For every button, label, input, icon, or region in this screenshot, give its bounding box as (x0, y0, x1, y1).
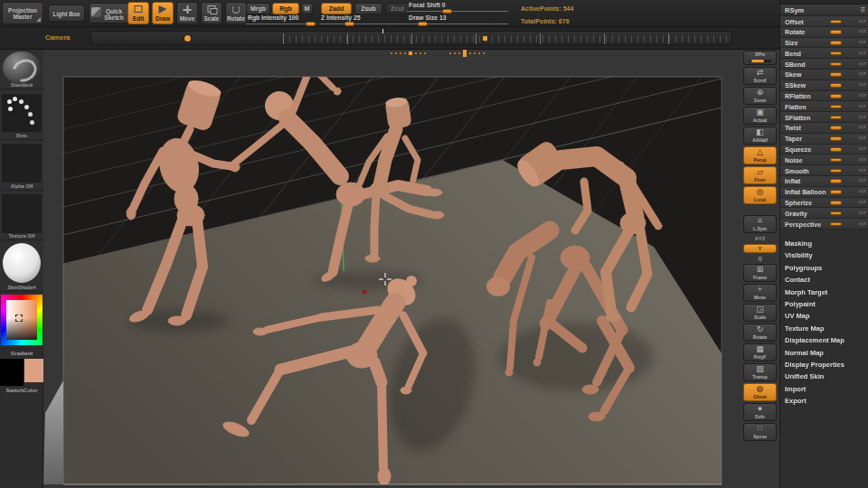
current-brush-tile[interactable]: Standard (0, 50, 43, 89)
axis-toggle-xyz[interactable]: xyz (859, 82, 866, 87)
rgb-intensity-100-slider[interactable]: Rgb Intensity 100 (246, 14, 316, 25)
slider-knob[interactable] (442, 9, 452, 14)
axis-toggle-xyz[interactable]: xyz (859, 104, 866, 108)
floor-shelf-button[interactable]: ▱Floor (743, 166, 777, 184)
gradient-label[interactable]: Gradient (0, 351, 43, 356)
light-box-button[interactable]: Light Box (48, 5, 85, 22)
axis-toggle-xyz[interactable]: xyz (859, 200, 866, 204)
scroll-shelf-button[interactable]: ⇄Scroll (743, 67, 777, 85)
subpalette-morph-target[interactable]: Morph Target (780, 286, 868, 298)
deformation-knob[interactable] (830, 211, 842, 216)
xpose-shelf-button[interactable]: ∷Xpose (743, 423, 777, 441)
actual-shelf-button[interactable]: ▣Actual (743, 107, 777, 125)
local-shelf-button[interactable]: ◎Local (743, 186, 777, 204)
axis-toggle-xyz[interactable]: xyz (859, 136, 866, 140)
draw-mode-button[interactable]: Draw (152, 2, 174, 24)
rotate-shelf-button[interactable]: ↻Rotate (743, 324, 777, 342)
ghost-shelf-button[interactable]: ◍Ghost (743, 383, 777, 401)
scale-shelf-button[interactable]: ◲Scale (743, 304, 777, 322)
deformation-squeeze-slider[interactable]: Squeezexyz (780, 145, 868, 155)
axis-toggle-xyz[interactable]: xyz (859, 168, 866, 173)
current-stroke-tile[interactable]: Dots (0, 90, 43, 140)
deformation-twist-slider[interactable]: Twistxyz (780, 123, 868, 134)
deformation-bend-slider[interactable]: Bendxyz (780, 48, 868, 59)
deformation-knob[interactable] (830, 190, 842, 194)
axis-toggle-xyz[interactable]: xyz (859, 19, 866, 23)
mrgb-paint-mode-button[interactable]: Mrgb (246, 3, 270, 14)
focal-shift-0-slider[interactable]: Focal Shift 0 (407, 2, 508, 13)
deformation-inflat-balloon-slider[interactable]: Inflat Balloonxyz (780, 187, 868, 198)
deformation-skew-slider[interactable]: Skewxyz (780, 70, 868, 80)
deformation-inflat-slider[interactable]: Inflatxyz (780, 176, 868, 187)
deformation-sskew-slider[interactable]: SSkewxyz (780, 80, 868, 91)
deformation-knob[interactable] (830, 41, 842, 45)
subpalette-masking[interactable]: Masking (780, 238, 868, 249)
deformation-knob[interactable] (830, 222, 842, 227)
current-texture-tile[interactable]: Texture Off (0, 192, 43, 240)
deformation-smooth-slider[interactable]: Smoothxyz (780, 165, 868, 176)
deformation-sflatten-slider[interactable]: SFlattenxyz (780, 112, 868, 123)
axis-toggle-xyz[interactable]: xyz (859, 146, 866, 151)
deformation-taper-slider[interactable]: Taperxyz (780, 134, 868, 145)
axis-toggle-xyz[interactable]: xyz (859, 178, 866, 183)
viewport-scene[interactable] (43, 50, 779, 488)
rotate-mode-button[interactable]: Rotate (225, 2, 247, 24)
axis-toggle-xyz[interactable]: xyz (859, 29, 866, 33)
polyf-shelf-button[interactable]: ▦PolyF (743, 343, 777, 361)
axis-toggle-xyz[interactable]: xyz (859, 189, 866, 193)
deformation-noise-slider[interactable]: Noisexyz (780, 155, 868, 165)
deformation-knob[interactable] (830, 94, 842, 99)
deformation-rsym-row[interactable]: RSym ≣ (780, 5, 868, 16)
zoom-shelf-button[interactable]: ⊕Zoom (743, 87, 777, 105)
move-mode-button[interactable]: Move (176, 2, 198, 24)
solo-shelf-button[interactable]: ●Solo (743, 403, 777, 421)
subpalette-polygroups[interactable]: Polygroups (780, 262, 868, 274)
current-material-tile[interactable]: SkinShade4 (0, 241, 43, 292)
persp-shelf-button[interactable]: △Persp (743, 146, 777, 164)
draw-size-13-slider[interactable]: Draw Size 13 (407, 14, 508, 25)
deformation-knob[interactable] (830, 169, 842, 174)
edit-mode-button[interactable]: Edit (127, 2, 149, 24)
slider-knob[interactable] (306, 22, 316, 26)
scale-mode-button[interactable]: Scale (201, 2, 222, 24)
deformation-perspective-slider[interactable]: Perspectivexyz (780, 219, 868, 230)
subpalette-uv-map[interactable]: UV Map (780, 310, 868, 322)
deformation-size-slider[interactable]: Sizexyz (780, 38, 868, 49)
y-shelf-button[interactable]: Y (743, 244, 777, 253)
deformation-offset-slider[interactable]: Offsetxyz (780, 16, 868, 27)
aahalf-shelf-button[interactable]: ◧AAHalf (743, 127, 777, 145)
subpalette-contact[interactable]: Contact (780, 274, 868, 286)
deformation-knob[interactable] (830, 20, 842, 24)
deformation-knob[interactable] (830, 201, 842, 205)
color-picker[interactable] (0, 293, 43, 349)
spix-mini-slider[interactable] (750, 60, 771, 62)
axis-toggle-xyz[interactable]: xyz (859, 51, 866, 55)
main-color-swatch[interactable] (0, 359, 24, 386)
rgb-paint-mode-button[interactable]: Rgb (272, 3, 299, 14)
deformation-knob[interactable] (830, 30, 842, 34)
q-shelf-button[interactable]: Q (743, 255, 777, 262)
xyz-shelf-button[interactable]: XYZ (743, 235, 777, 242)
projection-master-button[interactable]: Projection Master (2, 2, 43, 24)
axis-toggle-xyz[interactable]: xyz (859, 61, 866, 66)
slider-knob[interactable] (344, 22, 354, 26)
axis-toggle-xyz[interactable]: xyz (859, 157, 866, 162)
deformation-knob[interactable] (830, 136, 842, 141)
deformation-gravity-slider[interactable]: Gravityxyz (780, 208, 868, 219)
secondary-color-swatch[interactable] (24, 359, 43, 382)
axis-toggle-xyz[interactable]: xyz (859, 71, 866, 76)
axis-toggle-xyz[interactable]: xyz (859, 211, 866, 215)
axis-toggle-xyz[interactable]: xyz (859, 93, 866, 98)
frame-shelf-button[interactable]: ⊞Frame (743, 264, 777, 282)
subpalette-texture-map[interactable]: Texture Map (780, 323, 868, 334)
current-alpha-tile[interactable]: Alpha Off (0, 141, 43, 191)
m-paint-mode-button[interactable]: M (301, 3, 313, 14)
subpalette-visibility[interactable]: Visibility (780, 249, 868, 261)
slider-knob[interactable] (418, 22, 428, 26)
zadd-sculpt-mode-button[interactable]: Zadd (321, 3, 352, 14)
subpalette-import[interactable]: Import (780, 383, 868, 395)
deformation-knob[interactable] (830, 179, 842, 183)
deformation-sbend-slider[interactable]: SBendxyz (780, 59, 868, 70)
switch-color-button[interactable]: SwitchColor (0, 388, 43, 393)
subpalette-export[interactable]: Export (780, 395, 868, 407)
